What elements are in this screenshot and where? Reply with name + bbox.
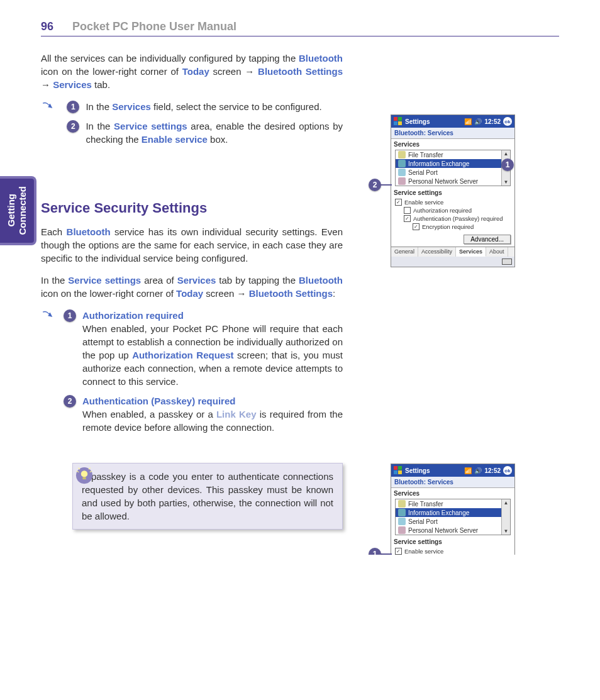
lightbulb-icon	[75, 467, 93, 484]
speaker-icon: 🔊	[474, 467, 482, 474]
svg-rect-2	[82, 477, 86, 480]
page: GettingConnected 96 Pocket PC Phone User…	[0, 0, 600, 555]
steps-block-2: 1 Authorization required When enabled, y…	[41, 309, 343, 450]
arrow-icon	[41, 101, 55, 115]
shot-title: Settings	[405, 467, 430, 474]
svg-rect-3	[394, 117, 397, 121]
list-item[interactable]: Information Exchange	[396, 508, 510, 517]
tab-about[interactable]: About	[486, 247, 508, 257]
svg-rect-8	[398, 466, 402, 470]
tip-box: A passkey is a code you enter to authent…	[72, 463, 343, 530]
steps-block-1: 1 In the Services field, select the serv…	[41, 100, 343, 162]
windows-icon	[394, 117, 403, 126]
step2-2: 2 Authentication (Passkey) required When…	[64, 394, 343, 434]
step2-2-head: Authentication (Passkey) required	[82, 394, 343, 408]
step1-1: 1 In the Services field, select the serv…	[67, 100, 343, 113]
step2-1: 1 Authorization required When enabled, y…	[64, 309, 343, 388]
list-item[interactable]: File Transfer	[396, 150, 510, 159]
checkbox-passkey-required[interactable]: ✓Authentication (Passkey) required	[395, 214, 511, 223]
step1-2: 2 In the Service settings area, enable t…	[67, 119, 343, 146]
keyboard-icon[interactable]	[502, 258, 512, 265]
shot-footer	[391, 257, 514, 267]
list-item[interactable]: File Transfer	[396, 499, 510, 508]
svg-rect-10	[398, 470, 402, 474]
screenshot-1: Settings 📶 🔊 12:52 ok Bluetooth: Service…	[391, 114, 515, 267]
badge-1: 1	[67, 101, 79, 113]
windows-icon	[394, 466, 403, 475]
sec2-p1: Each Bluetooth service has its own indiv…	[41, 225, 343, 265]
section-heading: Service Security Settings	[41, 200, 343, 216]
tab-accessibility[interactable]: Accessibility	[418, 247, 456, 257]
checkbox-enable-service[interactable]: ✓Enable service	[395, 547, 511, 555]
list-item[interactable]: Personal Network Server	[396, 177, 510, 186]
side-tab-line2: Connected	[17, 186, 28, 235]
screenshot-2: Settings 📶 🔊 12:52 ok Bluetooth: Service…	[391, 464, 515, 555]
arrow-icon	[41, 310, 55, 324]
services-listbox[interactable]: File Transfer Information Exchange Seria…	[395, 499, 511, 535]
svg-point-1	[81, 470, 88, 477]
ok-button[interactable]: ok	[503, 117, 512, 126]
svg-rect-9	[394, 470, 397, 474]
tip-text: A passkey is a code you enter to authent…	[82, 470, 333, 523]
svg-rect-4	[398, 117, 402, 121]
shot-titlebar: Settings 📶 🔊 12:52 ok	[391, 115, 514, 128]
ok-button[interactable]: ok	[503, 466, 512, 475]
tab-services[interactable]: Services	[456, 247, 486, 257]
svg-rect-7	[394, 466, 397, 470]
shot-clock: 12:52	[484, 467, 501, 474]
shot-subtitle: Bluetooth: Services	[391, 128, 514, 139]
checkbox-encryption-required[interactable]: ✓Encryption required	[395, 223, 511, 231]
callout-badge: 2	[369, 179, 381, 191]
page-number: 96	[41, 20, 53, 33]
side-tab: GettingConnected	[0, 176, 36, 245]
shot-settings-label: Service settings	[391, 187, 514, 197]
scrollbar[interactable]: ▲▼	[501, 499, 510, 535]
shot-services-label: Services	[391, 139, 514, 148]
list-item[interactable]: Personal Network Server	[396, 526, 510, 535]
checkbox-enable-service[interactable]: ✓Enable service	[395, 198, 511, 206]
services-listbox[interactable]: File Transfer Information Exchange Seria…	[395, 150, 511, 186]
advanced-button[interactable]: Advanced...	[464, 235, 511, 244]
shot-titlebar: Settings 📶 🔊 12:52 ok	[391, 464, 514, 477]
callout-badge: 1	[369, 548, 381, 555]
shot-settings-label: Service settings	[391, 536, 514, 546]
shot-subtitle: Bluetooth: Services	[391, 477, 514, 488]
list-item[interactable]: Serial Port	[396, 168, 510, 177]
checkbox-auth-required[interactable]: Authorization required	[395, 206, 511, 214]
svg-rect-5	[394, 121, 397, 125]
shot-services-label: Services	[391, 488, 514, 497]
running-title: Pocket PC Phone User Manual	[72, 20, 236, 33]
intro-paragraph: All the services can be individually con…	[41, 52, 343, 91]
sec2-p2: In the Service settings area of Services…	[41, 274, 343, 300]
shot-title: Settings	[405, 118, 430, 125]
badge-2: 2	[64, 395, 76, 408]
badge-1: 1	[64, 309, 76, 322]
signal-icon: 📶	[464, 118, 472, 125]
svg-rect-6	[398, 121, 402, 125]
tab-general[interactable]: General	[391, 247, 418, 257]
side-tab-line1: Getting	[6, 194, 16, 228]
speaker-icon: 🔊	[474, 118, 482, 125]
step2-1-head: Authorization required	[82, 309, 343, 322]
badge-2: 2	[67, 120, 79, 133]
list-item[interactable]: Information Exchange	[396, 159, 510, 168]
list-item[interactable]: Serial Port	[396, 517, 510, 526]
shot-tabs: General Accessibility Services About	[391, 247, 514, 257]
running-header: 96 Pocket PC Phone User Manual	[41, 20, 559, 36]
shot-clock: 12:52	[484, 118, 501, 125]
callout-badge: 1	[501, 158, 514, 171]
signal-icon: 📶	[464, 467, 472, 474]
